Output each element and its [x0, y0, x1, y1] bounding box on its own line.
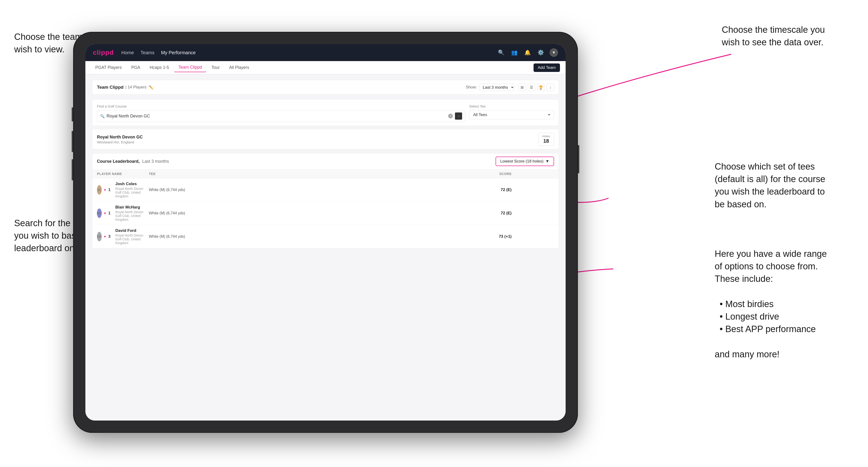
search-row: Find a Golf Course 🔍 × ☆ Select Tee Al — [97, 104, 554, 122]
course-search-input[interactable] — [106, 114, 446, 119]
leaderboard-title: Course Leaderboard, Last 3 months — [97, 159, 169, 164]
rank-1: 1 — [108, 187, 113, 192]
tab-hcaps[interactable]: Hcaps 1-5 — [145, 63, 173, 72]
course-info: Royal North Devon GC Westward Ho!, Engla… — [97, 135, 538, 144]
holes-number: 18 — [542, 138, 550, 144]
user-avatar[interactable]: ▼ — [550, 49, 558, 57]
navbar-links: Home Teams My Performance — [121, 50, 489, 55]
ipad-button — [72, 159, 73, 181]
grid-view-icon[interactable]: ⊞ — [518, 84, 526, 91]
table-row: BM ♥ 1 Blair McHarg Royal North Devon Go… — [92, 201, 559, 225]
heart-icon-3[interactable]: ♥ — [104, 235, 106, 239]
search-icon[interactable]: 🔍 — [497, 49, 505, 57]
player-details-1: Josh Coles Royal North Devon Golf Club, … — [115, 182, 149, 198]
player-avatar-1: JC — [97, 185, 102, 195]
nav-teams[interactable]: Teams — [141, 50, 154, 55]
score-cell-1: 72 (E) — [450, 187, 512, 192]
tee-cell-3: White (M) (6,744 yds) — [149, 235, 450, 239]
tee-select-col: Select Tee All Tees — [469, 104, 554, 122]
player-name-1: Josh Coles — [115, 182, 149, 186]
annotation-bottom-right: Here you have a wide range of options to… — [715, 248, 856, 361]
course-search-wrap: 🔍 × ☆ — [97, 110, 465, 122]
player-club-3: Royal North Devon Golf Club, United King… — [115, 234, 149, 245]
col-score: SCORE — [450, 172, 512, 176]
add-team-button[interactable]: Add Team — [533, 63, 560, 72]
show-label: Show: — [466, 85, 477, 90]
player-name-3: David Ford — [115, 228, 149, 233]
player-cell-2: BM ♥ 1 Blair McHarg Royal North Devon Go… — [97, 205, 149, 221]
course-location: Westward Ho!, England — [97, 140, 538, 144]
time-range-select[interactable]: Last 3 months — [479, 84, 515, 91]
annotation-middle-right: Choose which set of tees (default is all… — [715, 160, 856, 211]
rank-2: 1 — [108, 211, 113, 216]
player-avatar-3: DF — [97, 232, 102, 241]
tab-tour[interactable]: Tour — [207, 63, 224, 72]
table-row: JC ♥ 1 Josh Coles Royal North Devon Golf… — [92, 178, 559, 201]
leaderboard-header: Course Leaderboard, Last 3 months Lowest… — [92, 153, 559, 169]
tee-field-label: Select Tee — [469, 104, 554, 108]
rank-3: 3 — [108, 234, 113, 239]
team-header: Team Clippd | 14 Players ✏️ Show: Last 3… — [92, 80, 559, 95]
download-icon[interactable]: ↓ — [547, 84, 554, 91]
heart-icon-1[interactable]: ♥ — [104, 188, 106, 192]
team-title: Team Clippd — [97, 85, 124, 90]
main-content: Team Clippd | 14 Players ✏️ Show: Last 3… — [85, 74, 566, 421]
tee-select[interactable]: All Tees — [472, 112, 551, 117]
player-club-2: Royal North Devon Golf Club, United King… — [115, 210, 149, 221]
tee-cell-2: White (M) (6,744 yds) — [149, 211, 450, 215]
table-row: DF ♥ 3 David Ford Royal North Devon Golf… — [92, 225, 559, 248]
heart-icon-2[interactable]: ♥ — [104, 211, 106, 215]
course-search-col: Find a Golf Course 🔍 × ☆ — [97, 104, 465, 122]
list-view-icon[interactable]: ☰ — [528, 84, 535, 91]
score-cell-2: 72 (E) — [450, 211, 512, 216]
ipad-device: clippd Home Teams My Performance 🔍 👥 🔔 ⚙… — [73, 32, 578, 433]
course-result-row: Royal North Devon GC Westward Ho!, Engla… — [92, 129, 559, 149]
favorite-button[interactable]: ☆ — [455, 112, 462, 120]
chevron-down-icon: ▼ — [545, 159, 549, 164]
trophy-icon[interactable]: 🏆 — [537, 84, 545, 91]
tee-select-wrap: All Tees — [469, 110, 554, 119]
holes-box: Holes 18 — [538, 133, 554, 146]
bell-icon[interactable]: 🔔 — [523, 49, 532, 57]
col-player: PLAYER NAME — [97, 172, 149, 176]
search-icon-small: 🔍 — [100, 114, 105, 118]
clear-search-button[interactable]: × — [448, 114, 453, 118]
team-count: | 14 Players — [125, 85, 147, 90]
tab-pga[interactable]: PGA — [127, 63, 144, 72]
player-cell-3: DF ♥ 3 David Ford Royal North Devon Golf… — [97, 228, 149, 245]
player-avatar-2: BM — [97, 209, 102, 218]
player-cell-1: JC ♥ 1 Josh Coles Royal North Devon Golf… — [97, 182, 149, 198]
tab-pgat-players[interactable]: PGAT Players — [91, 63, 126, 72]
people-icon[interactable]: 👥 — [510, 49, 519, 57]
score-type-button[interactable]: Lowest Score (18 holes) ▼ — [496, 157, 554, 166]
settings-icon[interactable]: ⚙️ — [536, 49, 545, 57]
tee-cell-1: White (M) (6,744 yds) — [149, 188, 450, 192]
player-details-3: David Ford Royal North Devon Golf Club, … — [115, 228, 149, 245]
ipad-button — [72, 107, 73, 121]
holes-label: Holes — [542, 134, 550, 138]
score-cell-3: 73 (+1) — [450, 234, 512, 239]
ipad-button — [578, 145, 579, 173]
tab-team-clippd[interactable]: Team Clippd — [174, 63, 206, 72]
player-name-2: Blair McHarg — [115, 205, 149, 210]
leaderboard-section: Course Leaderboard, Last 3 months Lowest… — [92, 153, 559, 248]
ipad-button — [72, 131, 73, 152]
navbar-icons: 🔍 👥 🔔 ⚙️ ▼ — [497, 49, 558, 57]
col-tee: TEE — [149, 172, 450, 176]
course-name: Royal North Devon GC — [97, 135, 538, 139]
player-club-1: Royal North Devon Golf Club, United King… — [115, 187, 149, 198]
table-header: PLAYER NAME TEE SCORE — [92, 169, 559, 178]
tab-all-players[interactable]: All Players — [225, 63, 253, 72]
brand-logo: clippd — [93, 49, 114, 56]
player-details-2: Blair McHarg Royal North Devon Golf Club… — [115, 205, 149, 221]
subnav: PGAT Players PGA Hcaps 1-5 Team Clippd T… — [85, 61, 566, 74]
edit-icon[interactable]: ✏️ — [149, 85, 154, 90]
screen: clippd Home Teams My Performance 🔍 👥 🔔 ⚙… — [85, 44, 566, 421]
nav-home[interactable]: Home — [121, 50, 134, 55]
view-icons: ⊞ ☰ 🏆 ↓ — [518, 84, 554, 91]
annotation-top-right: Choose the timescale you wish to see the… — [722, 24, 854, 49]
navbar: clippd Home Teams My Performance 🔍 👥 🔔 ⚙… — [85, 44, 566, 61]
course-field-label: Find a Golf Course — [97, 104, 465, 108]
nav-my-performance[interactable]: My Performance — [161, 50, 196, 55]
search-section: Find a Golf Course 🔍 × ☆ Select Tee Al — [92, 99, 559, 126]
